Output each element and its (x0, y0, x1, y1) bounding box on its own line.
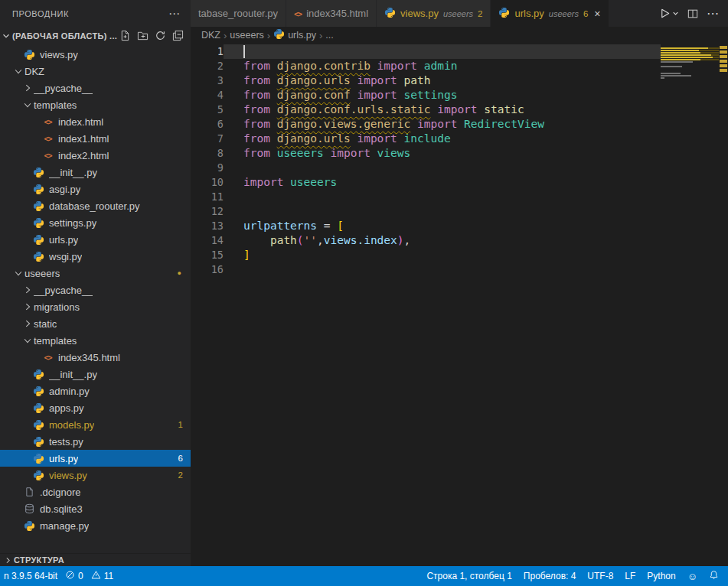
status-language-mode[interactable]: Python (647, 571, 675, 581)
html-file-icon: <> (41, 351, 54, 363)
status-feedback[interactable]: ☺ (687, 571, 697, 582)
python-file-icon (32, 452, 45, 464)
minimap-line (661, 68, 719, 70)
minimap[interactable] (661, 44, 719, 566)
code-token: useeers (277, 147, 324, 159)
tree-file[interactable]: __init__.py (0, 164, 191, 181)
chevron-down-icon[interactable] (672, 10, 679, 17)
tree-item-label: admin.py (49, 386, 90, 397)
editor-tab[interactable]: urls.pyuseeers6× (491, 0, 609, 27)
tree-file[interactable]: __init__.py (0, 366, 191, 383)
tree-file[interactable]: tests.py (0, 433, 191, 450)
breadcrumb-separator: › (267, 30, 270, 41)
tree-file[interactable]: <>index2.html (0, 147, 191, 164)
tree-file[interactable]: models.py1 (0, 416, 191, 433)
new-folder-icon[interactable] (135, 29, 149, 43)
tree-folder[interactable]: useeers● (0, 265, 191, 282)
code-line: 13urlpatterns = [ (191, 219, 661, 233)
breadcrumb-item[interactable]: DKZ (201, 30, 220, 41)
more-actions-icon[interactable]: ⋯ (168, 7, 180, 21)
status-notifications[interactable] (709, 570, 719, 582)
editor-tab[interactable]: tabase_roouter.py (191, 0, 286, 27)
code-editor[interactable]: 12from django.contrib import admin3from … (191, 44, 661, 566)
split-editor-icon[interactable] (687, 8, 698, 19)
tree-item-label: apps.py (49, 402, 84, 414)
code-token: [ (337, 220, 344, 232)
tree-folder[interactable]: migrations (0, 298, 191, 315)
breadcrumb-label: urls.py (288, 30, 316, 41)
tree-item-label: DKZ (24, 66, 44, 77)
error-circle-icon (65, 570, 75, 582)
tree-file[interactable]: views.py2 (0, 467, 191, 483)
new-file-icon[interactable] (118, 29, 132, 43)
tree-folder[interactable]: templates (0, 96, 191, 113)
code-token: django.views.generic (277, 118, 411, 130)
tree-file[interactable]: apps.py (0, 399, 191, 416)
tree-file[interactable]: .dcignore (0, 483, 191, 500)
breadcrumb-separator: › (319, 30, 322, 41)
outline-section-header[interactable]: СТРУКТУРА (0, 553, 191, 566)
breadcrumb-item[interactable]: useeers (230, 30, 263, 41)
tree-file[interactable]: admin.py (0, 383, 191, 399)
status-bar-left: n 3.9.5 64-bit011 (0, 570, 113, 582)
tree-folder[interactable]: DKZ (0, 63, 191, 80)
status-encoding[interactable]: UTF-8 (587, 571, 613, 581)
editor-tab[interactable]: <>index345.html (286, 0, 377, 27)
tree-item-label: __pycache__ (34, 83, 93, 94)
status-python-interpreter[interactable]: n 3.9.5 64-bit (4, 571, 57, 581)
html-file-icon: <> (294, 8, 302, 19)
code-token: settings (397, 89, 458, 101)
code-line: 8from useeers import views (191, 146, 661, 161)
python-file-icon (23, 519, 36, 532)
close-icon[interactable]: × (594, 8, 600, 20)
tree-item-label: database_roouter.py (49, 200, 140, 212)
minimap-line (661, 54, 719, 56)
tree-folder[interactable]: __pycache__ (0, 282, 191, 298)
tree-item-label: index345.html (58, 352, 120, 363)
tree-folder[interactable]: __pycache__ (0, 80, 191, 96)
breadcrumb-item[interactable]: ... (325, 30, 333, 41)
code-line: 5from django.conf.urls.static import sta… (191, 103, 661, 117)
tree-folder[interactable]: templates (0, 332, 191, 349)
tab-problems-badge: 2 (478, 9, 482, 18)
minimap-bar (661, 54, 711, 56)
tab-description: useeers (443, 9, 473, 18)
status-warnings[interactable]: 11 (91, 570, 113, 582)
tree-file[interactable]: urls.py (0, 231, 191, 248)
tree-file[interactable]: urls.py6 (0, 450, 191, 467)
tree-file[interactable]: settings.py (0, 214, 191, 231)
breadcrumb-item[interactable]: urls.py (273, 28, 316, 42)
run-icon[interactable] (659, 8, 671, 19)
tree-file[interactable]: <>index345.html (0, 349, 191, 366)
status-eol[interactable]: LF (625, 571, 635, 581)
chevron-expanded-icon (12, 65, 24, 77)
collapse-all-icon[interactable] (171, 29, 184, 43)
tree-file[interactable]: <>index.html (0, 113, 191, 130)
warning-mark (720, 55, 727, 58)
workspace-section-header[interactable]: (РАБОЧАЯ ОБЛАСТЬ) ... (0, 27, 191, 44)
editor-tab[interactable]: views.pyuseeers2 (377, 0, 491, 27)
tree-file[interactable]: asgi.py (0, 181, 191, 197)
status-indentation[interactable]: Пробелов: 4 (524, 571, 576, 581)
tree-file[interactable]: wsgi.py (0, 248, 191, 265)
tree-file[interactable]: <>index1.html (0, 130, 191, 147)
line-number: 11 (191, 190, 224, 204)
status-cursor-position[interactable]: Строка 1, столбец 1 (426, 571, 511, 581)
tree-file[interactable]: database_roouter.py (0, 197, 191, 214)
line-number: 7 (191, 132, 224, 146)
code-token: from (243, 60, 277, 72)
tree-item-label: models.py (49, 419, 94, 431)
more-actions-icon[interactable]: ⋯ (707, 8, 719, 20)
line-number: 3 (191, 73, 224, 88)
tree-file[interactable]: db.sqlite3 (0, 500, 191, 517)
tree-file[interactable]: views.py (0, 46, 191, 63)
tree-file[interactable]: manage.py (0, 517, 191, 534)
tree-item-label: settings.py (49, 217, 96, 229)
line-content: from django.conf.urls.static import stat… (224, 103, 661, 117)
minimap-bar (661, 47, 708, 49)
tree-folder[interactable]: static (0, 315, 191, 332)
tree-item-label: .dcignore (40, 487, 80, 498)
python-file-icon (32, 402, 45, 414)
refresh-icon[interactable] (153, 29, 167, 43)
status-errors[interactable]: 0 (65, 570, 83, 582)
